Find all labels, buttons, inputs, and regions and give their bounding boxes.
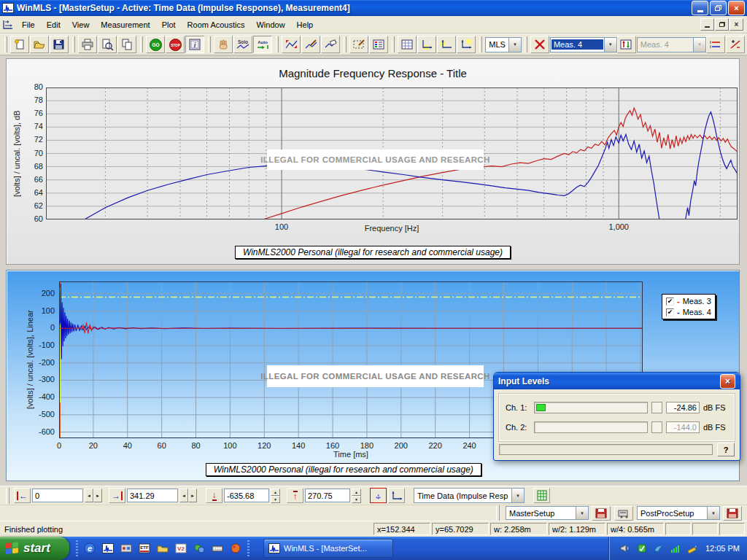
restore-button[interactable]: [710, 1, 727, 15]
edit-curve-button[interactable]: [301, 36, 320, 53]
go-button[interactable]: GO: [146, 36, 165, 53]
chevron-down-icon[interactable]: ▼: [576, 507, 588, 519]
winmls-quicklaunch-icon[interactable]: [101, 542, 115, 555]
minimize-button[interactable]: [692, 1, 708, 15]
auto-button[interactable]: Auto: [253, 36, 272, 53]
chevron-down-icon[interactable]: ▼: [508, 38, 521, 52]
toolbar-grip[interactable]: [392, 36, 395, 52]
v2-app-icon[interactable]: V2: [174, 542, 187, 555]
toolbar-grip[interactable]: [247, 540, 249, 556]
toggle-y-axis-button[interactable]: [437, 36, 456, 53]
toolbar-grip[interactable]: [344, 36, 347, 52]
compare-measurements-button[interactable]: [617, 36, 636, 53]
y-max-button[interactable]: ↑: [287, 488, 303, 503]
menu-plot[interactable]: Plot: [156, 19, 182, 31]
plot-type-combo[interactable]: Time Data (Impulse Resp ▼: [414, 488, 525, 503]
task-button-winmls[interactable]: WinMLS - [MasterSet...: [263, 539, 393, 558]
master-setup-combo[interactable]: MasterSetup ▼: [506, 506, 589, 520]
info-button[interactable]: i: [185, 36, 204, 53]
save-master-setup-button[interactable]: [592, 506, 611, 521]
toolbar-grip[interactable]: [4, 36, 7, 52]
toolbar-grip[interactable]: [479, 36, 482, 52]
keyboard-app-icon[interactable]: [211, 542, 224, 555]
delete-measurement-button[interactable]: [530, 36, 549, 53]
checkbox-meas4[interactable]: ✔: [666, 308, 674, 316]
toggle-axes-button[interactable]: [457, 36, 476, 53]
postproc-setup-combo[interactable]: PostProcSetup ▼: [637, 506, 720, 520]
help-button[interactable]: ?: [717, 443, 735, 456]
pen-tray-icon[interactable]: [686, 542, 699, 555]
new-button[interactable]: [10, 36, 29, 53]
chevron-down-icon[interactable]: ▼: [511, 489, 524, 502]
print-preview-button[interactable]: [98, 36, 117, 53]
legend-button[interactable]: [369, 36, 388, 53]
pan-button[interactable]: [214, 36, 233, 53]
open-button[interactable]: [30, 36, 49, 53]
marker-button[interactable]: [349, 36, 368, 53]
toolbar-grip[interactable]: [140, 36, 143, 52]
spin-down-icon[interactable]: ▼: [352, 496, 361, 503]
toggle-x-axis-button[interactable]: [417, 36, 436, 53]
x-end-spinner[interactable]: ◄►: [179, 489, 197, 502]
menu-help[interactable]: Help: [291, 19, 320, 31]
etf-app-icon[interactable]: ETF: [138, 542, 151, 555]
folder-app-icon[interactable]: [156, 542, 169, 555]
toolbar-grip[interactable]: [496, 505, 500, 521]
overlay-curves-button[interactable]: [706, 36, 725, 53]
toolbar-grip[interactable]: [6, 488, 9, 504]
menu-edit[interactable]: Edit: [41, 19, 66, 31]
paint-app-icon[interactable]: [229, 542, 242, 555]
spin-down-icon[interactable]: ▼: [271, 496, 280, 503]
y-min-spinner[interactable]: ▲▼: [271, 489, 280, 503]
toolbar-grip[interactable]: [76, 540, 78, 556]
measurement-combo[interactable]: Meas. 4 ▼: [550, 37, 617, 52]
menu-file[interactable]: File: [16, 19, 41, 31]
axes-setup-button[interactable]: [388, 488, 405, 503]
y-min-button[interactable]: ↓: [206, 488, 222, 503]
start-button[interactable]: start: [0, 537, 69, 560]
signal-bars-tray-icon[interactable]: [669, 542, 682, 555]
media-app-icon[interactable]: [120, 542, 133, 555]
save-postproc-setup-button[interactable]: [723, 506, 742, 521]
y-max-spinner[interactable]: ▲▼: [352, 489, 361, 503]
y-min-input[interactable]: [224, 489, 269, 502]
volume-tray-icon[interactable]: [619, 542, 632, 555]
dialog-close-button[interactable]: ×: [720, 374, 735, 389]
x-start-button[interactable]: ←: [14, 488, 31, 503]
x-end-button[interactable]: →: [109, 488, 125, 503]
spin-right-icon[interactable]: ►: [188, 489, 197, 502]
zoom-curve-button[interactable]: [282, 36, 301, 53]
mdi-restore-button[interactable]: [715, 18, 729, 31]
spin-up-icon[interactable]: ▲: [271, 489, 280, 496]
mdi-close-button[interactable]: ×: [729, 18, 743, 31]
spin-up-icon[interactable]: ▲: [352, 489, 361, 496]
menu-view[interactable]: View: [66, 19, 96, 31]
bird-app-tray-icon[interactable]: [652, 542, 665, 555]
spin-left-icon[interactable]: ◄: [179, 489, 188, 502]
toolbar-grip[interactable]: [208, 36, 211, 52]
close-button[interactable]: ×: [728, 1, 745, 15]
menu-window[interactable]: Window: [250, 19, 290, 31]
chevron-down-icon[interactable]: ▼: [604, 38, 616, 52]
chevron-down-icon[interactable]: ▼: [707, 507, 719, 519]
toolbar-grip[interactable]: [525, 36, 527, 52]
save-button[interactable]: [50, 36, 69, 53]
menu-measurement[interactable]: Measurement: [95, 19, 155, 31]
spheres-app-icon[interactable]: [193, 542, 206, 555]
stop-button[interactable]: STOP: [166, 36, 185, 53]
internet-explorer-icon[interactable]: e: [83, 542, 96, 555]
document-icon[interactable]: [2, 20, 13, 30]
excitation-combo[interactable]: MLS ▼: [485, 37, 522, 52]
mdi-minimize-button[interactable]: [700, 18, 714, 31]
print-button[interactable]: [78, 36, 97, 53]
export-table-button[interactable]: [533, 488, 550, 503]
checkbox-meas3[interactable]: ✔: [666, 298, 674, 306]
x-start-spinner[interactable]: ◄►: [85, 489, 102, 502]
hardware-setup-button[interactable]: [614, 506, 633, 521]
spin-right-icon[interactable]: ►: [93, 489, 102, 502]
toolbar-grip[interactable]: [276, 36, 279, 52]
spin-left-icon[interactable]: ◄: [85, 489, 93, 502]
copy-button[interactable]: [117, 36, 136, 53]
add-subtract-curves-button[interactable]: [726, 36, 745, 53]
toolbar-grip[interactable]: [72, 36, 75, 52]
